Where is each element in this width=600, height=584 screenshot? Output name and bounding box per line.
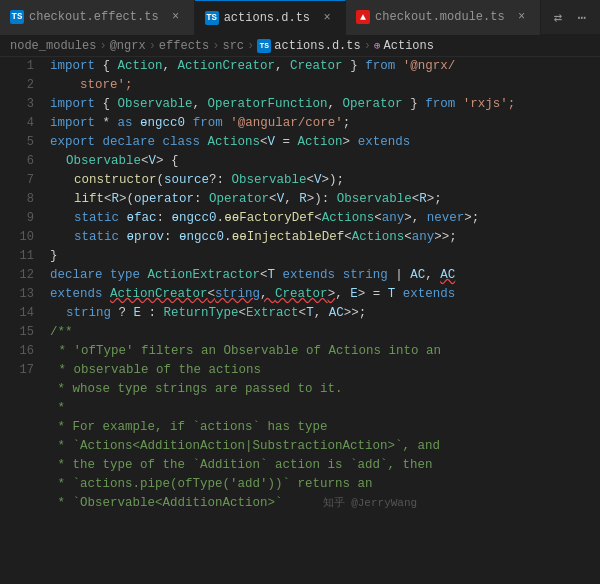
breadcrumb-effects: effects	[159, 39, 209, 53]
code-line-2: import { Observable, OperatorFunction, O…	[50, 95, 600, 114]
tab-label-active: actions.d.ts	[224, 11, 310, 25]
tab-label: checkout.effect.ts	[29, 10, 159, 24]
ng-icon: ▲	[356, 10, 370, 24]
ts-icon-active: TS	[205, 11, 219, 25]
breadcrumb-actions-icon: ⊕	[374, 39, 381, 52]
code-line-8: static ɵprov: ɵngcc0.ɵɵInjectableDef<Act…	[50, 228, 600, 247]
code-line-12: * 'ofType' filters an Observable of Acti…	[50, 342, 600, 361]
tab-label-module: checkout.module.ts	[375, 10, 505, 24]
code-line-7: static ɵfac: ɵngcc0.ɵɵFactoryDef<Actions…	[50, 209, 600, 228]
breadcrumb-node-modules: node_modules	[10, 39, 96, 53]
ln-15: 15	[0, 323, 34, 342]
breadcrumb: node_modules › @ngrx › effects › src › T…	[0, 35, 600, 57]
code-line-10b: extends ActionCreator<string, Creator>, …	[50, 285, 600, 304]
tab-actions-area: ⇄ ⋯	[548, 7, 600, 27]
ln-8: 8	[0, 190, 34, 209]
ln-10: 10	[0, 228, 34, 247]
ln-17: 17	[0, 361, 34, 380]
code-line-14: *	[50, 399, 600, 418]
tab-close-module[interactable]: ×	[514, 9, 530, 25]
tab-close-checkout-effect[interactable]: ×	[168, 9, 184, 25]
ln-3: 3	[0, 95, 34, 114]
breadcrumb-class: Actions	[384, 39, 434, 53]
ln-6: 6	[0, 152, 34, 171]
more-actions-button[interactable]: ⋯	[572, 7, 592, 27]
ln-5: 5	[0, 133, 34, 152]
tab-bar: TS checkout.effect.ts × TS actions.d.ts …	[0, 0, 600, 35]
code-line-17b: * `Observable<AdditionAction>` 知乎 @Jerry…	[50, 494, 600, 513]
ln-14: 14	[0, 304, 34, 323]
code-line-10a: declare type ActionExtractor<T extends s…	[50, 266, 600, 285]
code-line-16a: * the type of the `Addition` action is `…	[50, 456, 600, 475]
ln-2: 2	[0, 76, 34, 95]
code-line-9: }	[50, 247, 600, 266]
code-line-15a: * For example, if `actions` has type	[50, 418, 600, 437]
ln-12: 12	[0, 266, 34, 285]
code-line-11: /**	[50, 323, 600, 342]
code-line-1: import { Action, ActionCreator, Creator …	[50, 57, 600, 76]
tab-actions-d[interactable]: TS actions.d.ts ×	[195, 0, 346, 35]
code-line-17a: * `actions.pipe(ofType('add'))` returns …	[50, 475, 600, 494]
ln-7: 7	[0, 171, 34, 190]
breadcrumb-ts-icon: TS	[257, 39, 271, 53]
code-line-10c: string ? E : ReturnType<Extract<T, AC>>;	[50, 304, 600, 323]
tab-checkout-effect[interactable]: TS checkout.effect.ts ×	[0, 0, 195, 35]
ln-16: 16	[0, 342, 34, 361]
ln-1: 1	[0, 57, 34, 76]
breadcrumb-src: src	[222, 39, 244, 53]
code-line-5: constructor(source?: Observable<V>);	[50, 171, 600, 190]
code-line-1b: store';	[50, 76, 600, 95]
code-line-13: * whose type strings are passed to it.	[50, 380, 600, 399]
tab-close-actions[interactable]: ×	[319, 10, 335, 26]
code-line-12b: * observable of the actions	[50, 361, 600, 380]
code-line-6: lift<R>(operator: Operator<V, R>): Obser…	[50, 190, 600, 209]
ln-13: 13	[0, 285, 34, 304]
ln-9: 9	[0, 209, 34, 228]
breadcrumb-ngrx: @ngrx	[110, 39, 146, 53]
split-editor-button[interactable]: ⇄	[548, 7, 568, 27]
editor: 1 2 3 4 5 6 7 8 9 10 11 12 13 14 15 16 1…	[0, 57, 600, 584]
ln-4: 4	[0, 114, 34, 133]
code-line-3: import * as ɵngcc0 from '@angular/core';	[50, 114, 600, 133]
code-line-4: export declare class Actions<V = Action>…	[50, 133, 600, 152]
code-line-15b: * `Actions<AdditionAction|SubstractionAc…	[50, 437, 600, 456]
ts-icon: TS	[10, 10, 24, 24]
tab-checkout-module[interactable]: ▲ checkout.module.ts ×	[346, 0, 541, 35]
ln-11: 11	[0, 247, 34, 266]
code-area[interactable]: import { Action, ActionCreator, Creator …	[42, 57, 600, 584]
line-numbers: 1 2 3 4 5 6 7 8 9 10 11 12 13 14 15 16 1…	[0, 57, 42, 584]
breadcrumb-filename: actions.d.ts	[274, 39, 360, 53]
code-line-4b: Observable<V> {	[50, 152, 600, 171]
